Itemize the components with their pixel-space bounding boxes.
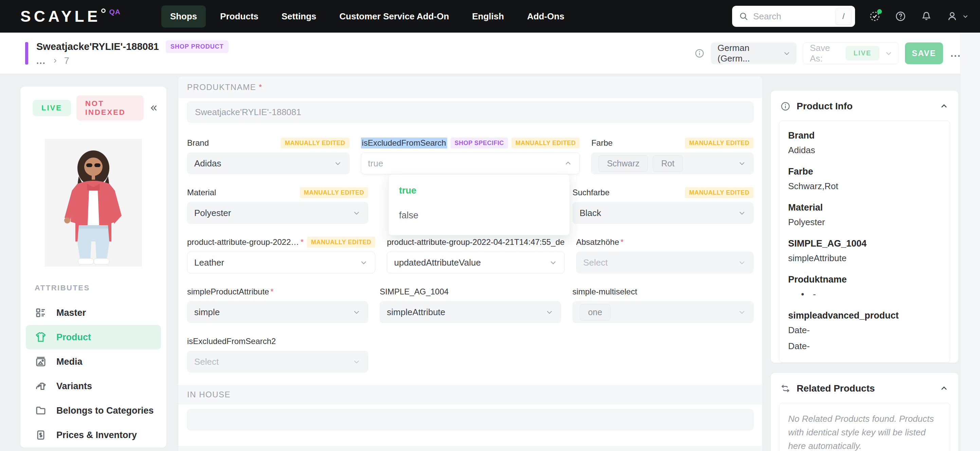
field-is-excluded-from-search2: isExcludedFromSearch2 Select bbox=[187, 336, 368, 373]
simple-product-attribute-select[interactable]: simple bbox=[187, 301, 368, 323]
info-label: Material bbox=[788, 202, 941, 213]
related-products-card: Related Products No Related Products fou… bbox=[771, 373, 958, 451]
sidebar-item-product[interactable]: Product bbox=[26, 325, 161, 349]
select-value: Black bbox=[580, 208, 601, 218]
suchfarbe-select[interactable]: Black bbox=[573, 202, 754, 224]
sidebar-item-belongs-to-categories[interactable]: Belongs to Categories bbox=[26, 398, 161, 423]
sidebar-item-prices-inventory[interactable]: Prices & Inventory bbox=[26, 423, 161, 447]
language-select[interactable]: German (Germ... bbox=[711, 43, 797, 64]
farbe-multiselect[interactable]: Schwarz Rot bbox=[591, 153, 754, 174]
related-empty-text: No Related Products found. Products with… bbox=[788, 412, 941, 451]
absatzhoehe-select[interactable]: Select bbox=[576, 252, 754, 273]
notifications-bell-icon[interactable] bbox=[920, 10, 932, 22]
sidebar-item-label: Master bbox=[56, 308, 86, 318]
info-icon[interactable] bbox=[694, 48, 705, 58]
header-actions: German (Germ... Save As: LIVE SAVE ... bbox=[694, 43, 961, 64]
status-check-icon[interactable] bbox=[869, 10, 881, 22]
is-excluded-dropdown-popup: true false bbox=[388, 174, 570, 235]
produktname-bullet-row: •- bbox=[788, 289, 941, 300]
select-value: updatedAttributeValue bbox=[394, 257, 480, 268]
page-header: Sweatjacke'RYLIE'-188081 SHOP PRODUCT ..… bbox=[0, 33, 980, 74]
field-label: Absatzhöhe bbox=[576, 237, 619, 247]
info-label: Farbe bbox=[788, 166, 941, 177]
product-attribute-group-select[interactable]: Leather bbox=[187, 252, 375, 273]
collapse-panel-icon[interactable] bbox=[939, 384, 949, 393]
collapse-panel-icon[interactable] bbox=[939, 102, 949, 111]
related-products-title: Related Products bbox=[797, 383, 875, 394]
chevron-down-icon bbox=[884, 49, 893, 58]
sidebar-item-media[interactable]: Media bbox=[26, 349, 161, 374]
info-value: Polyester bbox=[788, 217, 941, 228]
nav-item-products[interactable]: Products bbox=[211, 5, 267, 27]
field-label: product-attribute-group-2022-04-21T... bbox=[187, 237, 299, 247]
info-date: Date- bbox=[788, 341, 941, 352]
language-value: German (Germ... bbox=[718, 43, 783, 64]
material-select[interactable]: Polyester bbox=[187, 202, 368, 224]
chevron-down-icon bbox=[962, 13, 969, 20]
select-value: Polyester bbox=[194, 208, 231, 218]
more-actions-button[interactable]: ... bbox=[950, 48, 961, 59]
form-row-3: product-attribute-group-2022-04-21T...*M… bbox=[178, 237, 762, 273]
farbe-chip-schwarz[interactable]: Schwarz bbox=[598, 155, 648, 172]
info-label: SIMPLE_AG_1004 bbox=[788, 238, 941, 249]
info-label: Produktname bbox=[788, 274, 941, 285]
info-label: Brand bbox=[788, 131, 941, 141]
form-row-5: isExcludedFromSearch2 Select bbox=[178, 336, 762, 373]
attributes-nav: Master Product Media Variants Belongs to… bbox=[21, 301, 166, 451]
scrollbar-track[interactable] bbox=[960, 33, 980, 451]
simple-ag-1004-select[interactable]: simpleAttribute bbox=[380, 301, 561, 323]
select-value: simple bbox=[194, 307, 220, 317]
master-icon bbox=[35, 307, 47, 319]
select-placeholder: Select bbox=[583, 257, 608, 268]
produktname-input[interactable]: Sweatjacke'RYLIE'-188081 bbox=[187, 102, 754, 123]
field-absatzhoehe: Absatzhöhe* Select bbox=[576, 237, 754, 273]
multiselect-chip-one[interactable]: one bbox=[580, 304, 611, 320]
dropdown-option-true[interactable]: true bbox=[399, 185, 559, 196]
related-products-icon bbox=[780, 383, 791, 394]
page-title: Sweatjacke'RYLIE'-188081 bbox=[37, 41, 159, 52]
save-as-live-chip: LIVE bbox=[846, 46, 880, 61]
save-as-select[interactable]: Save As: LIVE bbox=[803, 43, 899, 64]
nav-item-shops[interactable]: Shops bbox=[161, 5, 206, 27]
is-excluded-from-search-select[interactable]: true bbox=[361, 153, 580, 174]
is-excluded-from-search2-select[interactable]: Select bbox=[187, 351, 368, 373]
prices-icon bbox=[35, 429, 47, 441]
brand-select[interactable]: Adidas bbox=[187, 153, 349, 174]
search-input[interactable]: Search / bbox=[732, 6, 855, 27]
collapse-sidebar-icon[interactable] bbox=[149, 102, 158, 114]
search-icon bbox=[739, 11, 748, 21]
user-menu[interactable] bbox=[946, 10, 969, 22]
info-value: Adidas bbox=[788, 145, 941, 156]
breadcrumb-ellipsis[interactable]: ... bbox=[37, 56, 46, 66]
manually-edited-badge: MANUALLY EDITED bbox=[300, 187, 368, 198]
top-nav-right: Search / bbox=[732, 6, 969, 27]
product-attribute-group-de-select[interactable]: updatedAttributeValue bbox=[387, 252, 564, 273]
sidebar-item-variants[interactable]: Variants bbox=[26, 374, 161, 398]
section-title: IN HOUSE bbox=[187, 390, 231, 399]
bullet-icon: • bbox=[801, 289, 804, 300]
nav-item-add-ons[interactable]: Add-Ons bbox=[518, 5, 573, 27]
select-value: simpleAttribute bbox=[387, 307, 445, 317]
chevron-down-icon bbox=[783, 49, 791, 58]
app-window: SCAYLE QA Shops Products Settings Custom… bbox=[0, 0, 980, 451]
in-house-input[interactable] bbox=[187, 409, 754, 430]
title-block: Sweatjacke'RYLIE'-188081 SHOP PRODUCT ..… bbox=[37, 40, 229, 66]
sidebar-item-master[interactable]: Master bbox=[26, 301, 161, 325]
simple-multiselect-select[interactable]: one bbox=[573, 301, 754, 323]
save-button[interactable]: SAVE bbox=[905, 43, 943, 64]
dropdown-option-false[interactable]: false bbox=[399, 210, 559, 221]
sidebar-item-label: Media bbox=[56, 357, 83, 367]
scayle-logo: SCAYLE QA bbox=[21, 7, 121, 25]
nav-item-customer-service-add-on[interactable]: Customer Service Add-On bbox=[331, 5, 458, 27]
sidebar-item-insights[interactable]: Insights bbox=[26, 447, 161, 451]
farbe-chip-rot[interactable]: Rot bbox=[653, 155, 683, 172]
sidebar-item-label: Belongs to Categories bbox=[56, 405, 154, 416]
nav-item-english[interactable]: English bbox=[463, 5, 513, 27]
chevron-down-icon bbox=[738, 308, 746, 317]
attributes-section-title: ATTRIBUTES bbox=[35, 284, 166, 292]
not-indexed-badge: NOT INDEXED bbox=[76, 96, 144, 121]
nav-item-settings[interactable]: Settings bbox=[273, 5, 325, 27]
status-dot bbox=[877, 9, 882, 14]
help-icon[interactable] bbox=[894, 10, 907, 22]
shop-specific-badge: SHOP SPECIFIC bbox=[450, 137, 508, 148]
